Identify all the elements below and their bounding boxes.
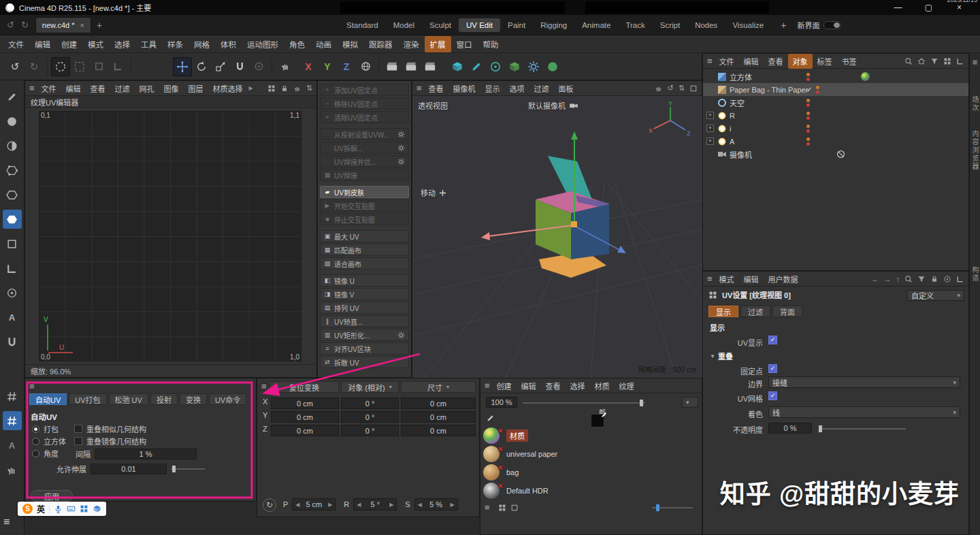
menu-item[interactable]: 运动图形 bbox=[242, 36, 284, 52]
coordinate-system-button[interactable] bbox=[356, 57, 375, 76]
checkbox-icon[interactable] bbox=[74, 425, 82, 433]
view-label[interactable]: 透视视图 bbox=[418, 100, 448, 111]
maximize-view-icon[interactable] bbox=[689, 84, 698, 93]
stepper-control[interactable]: ◀ 5 ° ▶ bbox=[353, 498, 397, 510]
visibility-dots[interactable] bbox=[816, 86, 819, 94]
material-menu-item[interactable]: 选择 bbox=[566, 378, 590, 393]
panel-menu-icon[interactable]: ≡ bbox=[707, 274, 713, 284]
attribute-tab[interactable]: 过滤 bbox=[740, 306, 770, 317]
uv-menu-item[interactable]: 图层 bbox=[184, 81, 208, 96]
scale-field[interactable]: 0 cm bbox=[401, 398, 476, 409]
pan-hand-icon[interactable] bbox=[655, 84, 663, 93]
uv-tool-button[interactable]: ▰ UV到皮肤 bbox=[320, 186, 409, 198]
menu-item[interactable]: 模拟 bbox=[337, 36, 363, 52]
minimize-button[interactable]: — bbox=[883, 3, 913, 12]
radio-icon[interactable] bbox=[32, 438, 39, 445]
dolly-icon[interactable]: ⇅ bbox=[679, 84, 685, 93]
material-row[interactable]: × universal paper bbox=[483, 444, 557, 463]
increment-icon[interactable]: ▶ bbox=[450, 502, 454, 508]
menu-item[interactable]: 渲染 bbox=[398, 36, 425, 52]
object-menu-item[interactable]: 文件 bbox=[715, 54, 739, 69]
material-thumbnail[interactable]: × bbox=[483, 427, 500, 444]
material-zoom-slider[interactable] bbox=[523, 402, 645, 404]
uv-grid-checkbox[interactable]: ✓ bbox=[768, 391, 777, 400]
uv-tool-button[interactable]: ▤ 排列 UV bbox=[320, 302, 409, 314]
uv-tool-button[interactable]: + 添加UV固定点 bbox=[320, 84, 409, 96]
layout-tab[interactable]: Paint bbox=[500, 18, 533, 32]
add-layout-button[interactable]: + bbox=[781, 20, 786, 31]
close-tab-icon[interactable]: × bbox=[80, 21, 84, 29]
menu-item[interactable]: 文件 bbox=[3, 36, 29, 52]
lock-icon[interactable] bbox=[930, 275, 938, 283]
material-row[interactable]: × bag bbox=[483, 463, 519, 481]
attribute-menu-item[interactable]: 模式 bbox=[715, 272, 739, 287]
auto-uv-tab[interactable]: 松弛 UV bbox=[109, 393, 148, 405]
uv-tool-button[interactable]: − 移除UV固定点 bbox=[320, 97, 409, 110]
menu-item[interactable]: 窗口 bbox=[451, 36, 478, 52]
hand-tool-icon[interactable] bbox=[3, 460, 22, 479]
cubic-radio-row[interactable]: 立方体 bbox=[32, 436, 66, 447]
menu-item[interactable]: 角色 bbox=[284, 36, 310, 52]
snap-magnet-icon[interactable] bbox=[3, 332, 22, 351]
auto-uv-tab[interactable]: 投射 bbox=[150, 393, 178, 405]
viewport-menu-item[interactable]: 查看 bbox=[424, 81, 448, 96]
uv-menu-item[interactable]: 文件 bbox=[37, 81, 61, 96]
material-name[interactable]: Default HDR bbox=[506, 487, 549, 495]
position-field[interactable]: 0 cm bbox=[271, 411, 339, 423]
visibility-dots[interactable] bbox=[806, 125, 810, 133]
object-row[interactable]: + A ✓ bbox=[703, 135, 968, 148]
axis-z-lock-button[interactable]: Z bbox=[337, 57, 356, 76]
panel-menu-icon[interactable]: ≡ bbox=[485, 502, 490, 513]
dock-tab-content-browser[interactable]: 内容浏览器 bbox=[970, 130, 980, 171]
viewport-solo-icon[interactable]: A bbox=[3, 436, 22, 455]
layout-tab[interactable]: Script bbox=[653, 18, 687, 32]
ime-toolbar[interactable]: S 英 bbox=[18, 502, 106, 516]
render-region-button[interactable] bbox=[402, 57, 421, 76]
angle-radio-row[interactable]: 角度 bbox=[32, 448, 59, 459]
render-settings-button[interactable] bbox=[421, 57, 440, 76]
material-name[interactable]: universal paper bbox=[506, 450, 557, 458]
auto-switch-mode-icon[interactable]: A bbox=[3, 308, 22, 327]
menu-item[interactable]: 体积 bbox=[215, 36, 242, 52]
menu-item[interactable]: 创建 bbox=[56, 36, 82, 52]
dock-tab-takes[interactable]: 场次 bbox=[970, 96, 980, 112]
material-row[interactable]: × Default HDR bbox=[483, 481, 549, 500]
uv-tool-button[interactable]: UV焊接并优... bbox=[320, 155, 409, 167]
dock-tab-structure[interactable]: 构造 bbox=[970, 266, 980, 282]
snap-enabled-icon[interactable] bbox=[3, 411, 22, 430]
layout-tab[interactable]: Model bbox=[386, 18, 422, 32]
gear-icon[interactable] bbox=[397, 131, 405, 138]
uv-canvas[interactable]: 0,1 1,1 0,0 1,0 V U bbox=[39, 111, 301, 361]
increment-icon[interactable]: ▶ bbox=[389, 502, 393, 508]
histogram-icon[interactable] bbox=[267, 84, 276, 93]
visibility-dots[interactable] bbox=[806, 99, 810, 107]
menu-item[interactable]: 编辑 bbox=[29, 36, 56, 52]
dock-menu-icon[interactable]: ≡ bbox=[973, 57, 978, 67]
uv-tool-button[interactable]: ⇄ 拆散 UV bbox=[320, 356, 409, 368]
subdivision-surface-button[interactable] bbox=[505, 57, 524, 76]
visibility-dots[interactable] bbox=[806, 112, 810, 120]
primitive-cube-button[interactable] bbox=[448, 57, 467, 76]
edit-pencil-icon[interactable] bbox=[486, 414, 495, 423]
search-icon[interactable] bbox=[904, 275, 913, 283]
object-relative-dropdown[interactable]: 对象 (相对)▾ bbox=[341, 381, 399, 393]
material-tag-icon[interactable] bbox=[861, 72, 870, 81]
layers-icon[interactable] bbox=[943, 57, 951, 65]
attribute-menu-item[interactable]: 用户数据 bbox=[764, 272, 803, 287]
material-menu-item[interactable]: 材质 bbox=[590, 378, 615, 393]
volume-builder-button[interactable] bbox=[486, 57, 505, 76]
axis-x-lock-button[interactable]: X bbox=[299, 57, 318, 76]
object-menu-item[interactable]: 书签 bbox=[837, 54, 862, 69]
uv-tool-button[interactable]: ≡ 对齐UV区块 bbox=[320, 342, 409, 355]
axis-mode-icon[interactable] bbox=[3, 259, 22, 278]
uv-tool-button[interactable]: ▶ 开始交互贴图 bbox=[320, 199, 409, 212]
grid-view-icon[interactable] bbox=[498, 504, 506, 512]
visibility-dots[interactable] bbox=[806, 137, 810, 146]
scale-field[interactable]: 0 cm bbox=[401, 425, 476, 436]
layout-tab[interactable]: Track bbox=[618, 18, 652, 32]
stepper-control[interactable]: ◀ 5 % ▶ bbox=[414, 498, 458, 510]
checkbox-icon[interactable] bbox=[74, 437, 82, 445]
uv-tool-button[interactable]: 从投射设置UVW... bbox=[320, 128, 409, 140]
menu-item[interactable]: 样条 bbox=[162, 36, 189, 52]
lock-icon[interactable] bbox=[280, 84, 289, 93]
